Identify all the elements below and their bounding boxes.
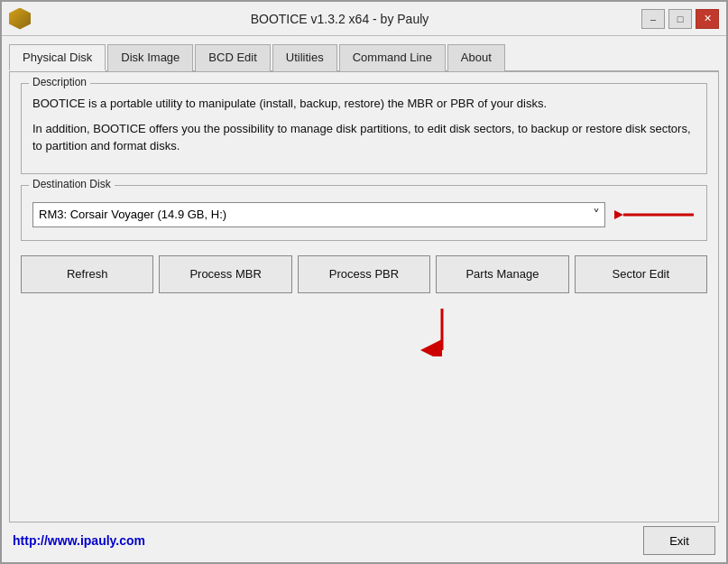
- disk-select-row: RM3: Corsair Voyager (14.9 GB, H:): [32, 200, 696, 229]
- disk-dropdown[interactable]: RM3: Corsair Voyager (14.9 GB, H:): [32, 202, 605, 227]
- window-title: BOOTICE v1.3.2 x64 - by Pauly: [38, 12, 641, 26]
- tab-panel-physical-disk: Description BOOTICE is a portable utilit…: [9, 72, 719, 522]
- description-text: BOOTICE is a portable utility to manipul…: [32, 95, 696, 155]
- tab-physical-disk[interactable]: Physical Disk: [9, 44, 106, 71]
- exit-button[interactable]: Exit: [643, 526, 715, 555]
- action-buttons-row: Refresh Process MBR Process PBR Parts Ma…: [21, 255, 707, 293]
- description-group: Description BOOTICE is a portable utilit…: [21, 83, 707, 174]
- tab-bar: Physical Disk Disk Image BCD Edit Utilit…: [9, 43, 719, 72]
- main-content: Physical Disk Disk Image BCD Edit Utilit…: [2, 36, 726, 562]
- main-window: BOOTICE v1.3.2 x64 - by Pauly – □ ✕ Phys…: [0, 0, 728, 564]
- window-controls: – □ ✕: [641, 9, 719, 29]
- app-icon: [9, 8, 31, 30]
- tab-utilities[interactable]: Utilities: [272, 44, 337, 71]
- description-group-label: Description: [29, 76, 90, 88]
- destination-group-label: Destination Disk: [29, 178, 115, 190]
- left-arrow-annotation: [614, 200, 696, 229]
- maximize-button[interactable]: □: [668, 9, 692, 29]
- process-mbr-button[interactable]: Process MBR: [159, 255, 291, 293]
- tab-about[interactable]: About: [447, 44, 505, 71]
- tab-disk-image[interactable]: Disk Image: [107, 44, 193, 71]
- close-button[interactable]: ✕: [696, 9, 719, 29]
- disk-dropdown-wrapper: RM3: Corsair Voyager (14.9 GB, H:): [32, 202, 605, 227]
- refresh-button[interactable]: Refresh: [21, 255, 153, 293]
- footer: http://www.ipauly.com Exit: [9, 522, 719, 555]
- process-pbr-button[interactable]: Process PBR: [298, 255, 430, 293]
- parts-manage-button[interactable]: Parts Manage: [436, 255, 568, 293]
- website-link[interactable]: http://www.ipauly.com: [13, 533, 145, 548]
- tab-bcd-edit[interactable]: BCD Edit: [195, 44, 270, 71]
- sector-edit-button[interactable]: Sector Edit: [575, 255, 707, 293]
- description-paragraph-2: In addition, BOOTICE offers you the poss…: [32, 120, 696, 155]
- minimize-button[interactable]: –: [641, 9, 665, 29]
- description-paragraph-1: BOOTICE is a portable utility to manipul…: [32, 95, 696, 113]
- title-bar: BOOTICE v1.3.2 x64 - by Pauly – □ ✕: [2, 2, 726, 36]
- buttons-container: Refresh Process MBR Process PBR Parts Ma…: [21, 255, 707, 304]
- tab-command-line[interactable]: Command Line: [339, 44, 446, 71]
- destination-group: Destination Disk RM3: Corsair Voyager (1…: [21, 185, 707, 241]
- down-arrow-annotation: [415, 307, 469, 356]
